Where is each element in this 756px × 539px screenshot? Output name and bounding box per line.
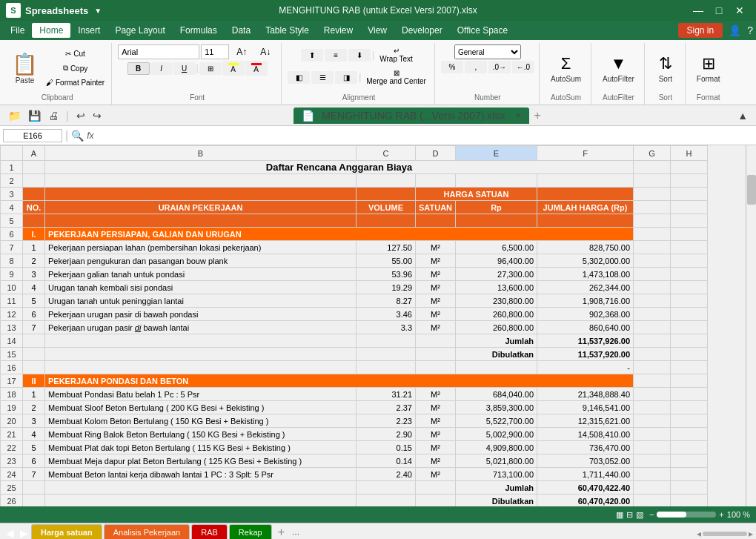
- cell-f22[interactable]: 736,470.00: [537, 441, 634, 454]
- cell-e13[interactable]: 260,800.00: [456, 321, 537, 334]
- cell-d25[interactable]: [416, 481, 456, 495]
- cell-h21[interactable]: [671, 428, 708, 441]
- cell-e10[interactable]: 13,600.00: [456, 281, 537, 294]
- cell-g9[interactable]: [634, 268, 671, 281]
- cell-h25[interactable]: [671, 481, 708, 495]
- cell-g2[interactable]: [634, 174, 671, 188]
- increase-decimal-button[interactable]: .0→: [488, 61, 511, 73]
- row-header-1[interactable]: 1: [1, 161, 23, 174]
- cell-b3[interactable]: [45, 188, 357, 201]
- cell-e5[interactable]: [456, 214, 537, 228]
- cell-f9[interactable]: 1,473,108.00: [537, 268, 634, 281]
- cell-e12[interactable]: 260,800.00: [456, 308, 537, 321]
- cell-a12[interactable]: 6: [23, 308, 45, 321]
- cell-d12[interactable]: M²: [416, 308, 456, 321]
- cell-b7[interactable]: Pekerjaan persiapan lahan (pembersihan l…: [45, 241, 357, 254]
- cell-a7[interactable]: 1: [23, 241, 45, 254]
- col-header-h[interactable]: H: [671, 146, 708, 161]
- comma-button[interactable]: ,: [465, 61, 487, 73]
- menu-office-space[interactable]: Office Space: [450, 23, 515, 38]
- cell-g13[interactable]: [634, 321, 671, 334]
- cell-f25[interactable]: 60,470,422.40: [537, 481, 634, 495]
- bottom-align-button[interactable]: ⬇: [348, 49, 371, 62]
- cell-e2[interactable]: [456, 174, 537, 188]
- sheet-tab-harga-satuan[interactable]: Harga satuan: [31, 524, 102, 539]
- cell-d8[interactable]: M²: [416, 254, 456, 268]
- cell-b24[interactable]: Membuat Beton lantai kerja dibawah lanta…: [45, 468, 357, 481]
- cell-h8[interactable]: [671, 254, 708, 268]
- cell-c25[interactable]: [357, 481, 416, 495]
- cell-h22[interactable]: [671, 441, 708, 454]
- cell-d4[interactable]: SATUAN: [416, 201, 456, 214]
- cell-d21[interactable]: M²: [416, 428, 456, 441]
- cell-a4[interactable]: NO.: [23, 201, 45, 214]
- cell-a2[interactable]: [23, 174, 45, 188]
- cell-c19[interactable]: 2.37: [357, 401, 416, 414]
- cell-b4[interactable]: URAIAN PEKERJAAN: [45, 201, 357, 214]
- cell-e11[interactable]: 230,800.00: [456, 294, 537, 308]
- paste-button[interactable]: 📋 Paste: [7, 44, 42, 92]
- merge-center-button[interactable]: ⊠ Merge and Center: [362, 67, 430, 87]
- col-header-c[interactable]: C: [357, 146, 416, 161]
- cell-a21[interactable]: 4: [23, 428, 45, 441]
- row-header-24[interactable]: 24: [1, 468, 23, 481]
- close-button[interactable]: ✕: [729, 0, 750, 21]
- file-tab-close[interactable]: ✕: [513, 110, 523, 121]
- cell-a16[interactable]: [23, 361, 45, 374]
- cell-e23[interactable]: 5,021,800.00: [456, 454, 537, 468]
- cell-c2[interactable]: [357, 174, 416, 188]
- cell-g25[interactable]: [634, 481, 671, 495]
- cell-d14[interactable]: [416, 334, 456, 348]
- cell-h6[interactable]: [671, 228, 708, 241]
- cell-d2[interactable]: [416, 174, 456, 188]
- cell-c24[interactable]: 2.40: [357, 468, 416, 481]
- cell-g5[interactable]: [634, 214, 671, 228]
- row-header-10[interactable]: 10: [1, 281, 23, 294]
- sheet-options-icon[interactable]: ···: [289, 529, 302, 539]
- cell-c22[interactable]: 0.15: [357, 441, 416, 454]
- cell-f13[interactable]: 860,640.00: [537, 321, 634, 334]
- cell-b26[interactable]: [45, 495, 357, 507]
- row-header-20[interactable]: 20: [1, 414, 23, 428]
- zoom-slider[interactable]: [657, 512, 716, 517]
- cell-a1[interactable]: [23, 161, 45, 174]
- font-color-button[interactable]: A: [245, 61, 268, 76]
- cell-h26[interactable]: [671, 495, 708, 507]
- cell-d10[interactable]: M²: [416, 281, 456, 294]
- sheet-next-button[interactable]: ▶: [17, 527, 31, 539]
- cell-reference-input[interactable]: [3, 129, 62, 142]
- menu-developer[interactable]: Developer: [394, 23, 450, 38]
- font-size-input[interactable]: [201, 44, 229, 59]
- cell-f26[interactable]: 60,470,420.00: [537, 495, 634, 507]
- cell-g10[interactable]: [634, 281, 671, 294]
- cell-g16[interactable]: [634, 361, 671, 374]
- cell-a25[interactable]: [23, 481, 45, 495]
- cell-g22[interactable]: [634, 441, 671, 454]
- cell-a19[interactable]: 2: [23, 401, 45, 414]
- zoom-in-button[interactable]: +: [719, 510, 723, 519]
- cell-h19[interactable]: [671, 401, 708, 414]
- cell-a11[interactable]: 5: [23, 294, 45, 308]
- page-break-view-icon[interactable]: ▧: [636, 510, 643, 520]
- cell-d3[interactable]: HARGA SATUAN: [416, 188, 537, 201]
- cell-h11[interactable]: [671, 294, 708, 308]
- row-header-5[interactable]: 5: [1, 214, 23, 228]
- cell-b16[interactable]: [45, 361, 357, 374]
- row-header-15[interactable]: 15: [1, 348, 23, 361]
- cell-b6[interactable]: PEKERJAAN PERSIAPAN, GALIAN DAN URUGAN: [45, 228, 634, 241]
- col-header-f[interactable]: F: [537, 146, 634, 161]
- cell-b14[interactable]: [45, 334, 357, 348]
- ribbon-collapse-icon[interactable]: ▲: [735, 108, 750, 123]
- cell-e16[interactable]: [456, 361, 537, 374]
- cell-g18[interactable]: [634, 388, 671, 401]
- cell-f15[interactable]: 11,537,920.00: [537, 348, 634, 361]
- cell-g26[interactable]: [634, 495, 671, 507]
- maximize-button[interactable]: □: [709, 0, 729, 21]
- cell-d9[interactable]: M²: [416, 268, 456, 281]
- cell-c4[interactable]: VOLUME: [357, 201, 416, 214]
- cell-a13[interactable]: 7: [23, 321, 45, 334]
- row-header-9[interactable]: 9: [1, 268, 23, 281]
- cell-g23[interactable]: [634, 454, 671, 468]
- cell-g6[interactable]: [634, 228, 671, 241]
- cell-b9[interactable]: Pekerjaan galian tanah untuk pondasi: [45, 268, 357, 281]
